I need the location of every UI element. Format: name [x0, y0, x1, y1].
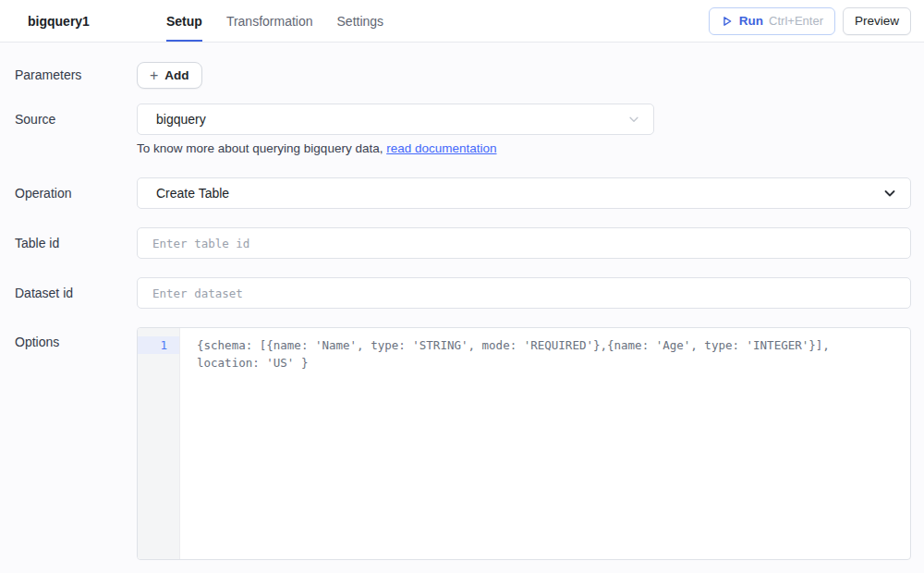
dataset-id-label: Dataset id [0, 277, 137, 300]
table-id-row: Table id [0, 227, 911, 259]
operation-select[interactable]: Create Table [137, 177, 911, 209]
code-editor-gutter: 1 [138, 328, 180, 559]
add-parameter-button[interactable]: + Add [137, 62, 202, 89]
parameters-row: Parameters + Add [0, 62, 911, 89]
run-button[interactable]: Run Ctrl+Enter [709, 7, 835, 35]
dataset-id-input[interactable] [137, 277, 911, 309]
query-name[interactable]: bigquery1 [0, 0, 166, 42]
source-row: Source bigquery To know more about query… [0, 104, 911, 155]
parameters-label: Parameters [0, 62, 137, 82]
tab-setup[interactable]: Setup [166, 0, 202, 42]
options-label: Options [0, 327, 137, 349]
tab-transformation[interactable]: Transformation [226, 0, 313, 42]
query-header: bigquery1 Setup Transformation Settings … [0, 0, 924, 43]
header-actions: Run Ctrl+Enter Preview [709, 0, 924, 42]
preview-button[interactable]: Preview [843, 7, 911, 35]
read-documentation-link[interactable]: read documentation [386, 141, 496, 155]
operation-select-value: Create Table [156, 186, 229, 201]
table-id-input[interactable] [137, 227, 911, 259]
line-number: 1 [138, 336, 179, 354]
preview-button-label: Preview [855, 14, 899, 28]
source-help-text: To know more about querying bigquery dat… [137, 141, 911, 155]
plus-icon: + [150, 68, 158, 83]
chevron-down-icon [627, 113, 640, 126]
query-tabs: Setup Transformation Settings [166, 0, 383, 42]
add-parameter-label: Add [164, 68, 188, 82]
source-select-value: bigquery [156, 112, 206, 127]
options-code-editor[interactable]: 1 {schema: [{name: 'Name', type: 'STRING… [137, 327, 911, 560]
operation-label: Operation [0, 177, 137, 201]
source-label: Source [0, 104, 137, 127]
source-help-prefix: To know more about querying bigquery dat… [137, 141, 386, 155]
operation-row: Operation Create Table [0, 177, 911, 209]
query-setup-form: Parameters + Add Source bigquery [0, 43, 924, 560]
table-id-label: Table id [0, 227, 137, 250]
play-icon [721, 15, 734, 28]
tab-settings[interactable]: Settings [337, 0, 384, 42]
options-code-content[interactable]: {schema: [{name: 'Name', type: 'STRING',… [180, 328, 910, 559]
run-button-label: Run [739, 14, 763, 28]
chevron-down-icon [882, 186, 897, 201]
options-row: Options 1 {schema: [{name: 'Name', type:… [0, 327, 911, 560]
source-select[interactable]: bigquery [137, 104, 654, 135]
run-shortcut-hint: Ctrl+Enter [769, 14, 823, 28]
query-editor-panel: bigquery1 Setup Transformation Settings … [0, 0, 924, 573]
dataset-id-row: Dataset id [0, 277, 911, 309]
